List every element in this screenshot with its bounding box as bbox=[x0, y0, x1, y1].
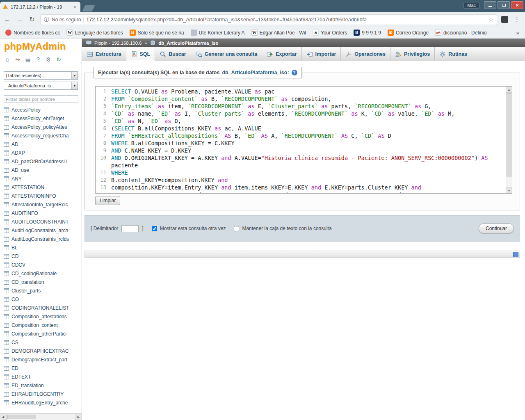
sql-editor[interactable]: 1234567891011121314 SELECT O.VALUE as Pr… bbox=[95, 86, 512, 194]
bookmarks-overflow-icon[interactable]: » bbox=[513, 30, 523, 36]
table-filter-input[interactable] bbox=[4, 95, 78, 103]
bookmark-item[interactable]: WLenguaje de las flores bbox=[64, 29, 126, 37]
table-list-item[interactable]: Composition_content bbox=[0, 321, 82, 329]
help-icon[interactable]: ? bbox=[292, 70, 297, 75]
tab-sql[interactable]: SQLSQL bbox=[126, 47, 155, 61]
maximize-button[interactable] bbox=[498, 1, 510, 9]
close-button[interactable]: × bbox=[511, 1, 523, 9]
logout-icon[interactable]: ↪ bbox=[14, 56, 21, 63]
settings-icon[interactable]: ⚙ bbox=[45, 56, 52, 63]
table-list-item[interactable]: ED_translation bbox=[0, 381, 82, 390]
back-button[interactable]: ← bbox=[3, 16, 11, 23]
delimiter-input[interactable] bbox=[121, 225, 139, 232]
extension-icon[interactable] bbox=[501, 16, 508, 23]
scroll-right-icon[interactable]: ▶ bbox=[75, 414, 82, 420]
refresh-icon[interactable]: ↻ bbox=[55, 56, 62, 63]
expand-icon[interactable] bbox=[513, 252, 518, 257]
table-list-item[interactable]: CD_codingRationale bbox=[0, 269, 82, 278]
editor-scrollbar[interactable]: ▲ ▼ bbox=[506, 87, 512, 193]
table-list-item[interactable]: ATTESTATION bbox=[0, 183, 82, 192]
new-tab-button[interactable] bbox=[82, 5, 95, 11]
pma-logo[interactable]: phpMyAdmin bbox=[0, 39, 82, 53]
bookmark-item[interactable]: Ute Körner Literary A bbox=[188, 29, 248, 37]
bookmark-item[interactable]: ✉Correo Orange bbox=[385, 29, 431, 37]
table-list-item[interactable]: CD_translation bbox=[0, 278, 82, 286]
recent-tables-select[interactable]: (Tablas recientes) ... ▼ bbox=[4, 71, 78, 80]
table-list-item[interactable]: AD bbox=[0, 140, 82, 148]
sidebar-horizontal-scrollbar[interactable]: ◀ ▶ bbox=[0, 413, 82, 420]
scrollbar-thumb[interactable] bbox=[7, 415, 36, 419]
table-list-item[interactable]: EHRAUDITLOGENTRY bbox=[0, 390, 82, 398]
table-list-item[interactable]: Cluster_parts bbox=[0, 286, 82, 295]
show-query-checkbox[interactable] bbox=[152, 226, 157, 231]
table-list-item[interactable]: AD_partOrBrOrAddressLi bbox=[0, 157, 82, 166]
docs-icon[interactable]: ▤ bbox=[25, 56, 31, 63]
help-icon[interactable]: ? bbox=[35, 56, 41, 63]
table-list-item[interactable]: EHRAuditLogEntry_arche bbox=[0, 398, 82, 407]
table-list-item[interactable]: AD_use bbox=[0, 166, 82, 174]
tab-close-icon[interactable]: × bbox=[72, 4, 78, 10]
table-list-item[interactable]: AccessPolicy_ehrTarget bbox=[0, 114, 82, 123]
table-list-item[interactable]: CS bbox=[0, 338, 82, 347]
scroll-up-icon[interactable]: ▲ bbox=[506, 87, 512, 93]
bookmark-star-icon[interactable]: ☆ bbox=[488, 16, 493, 23]
tab-estructura[interactable]: Estructura bbox=[82, 47, 126, 61]
breadcrumb-server[interactable]: Pippin - 192.168.100.6 bbox=[94, 41, 142, 46]
tab-operaciones[interactable]: Operaciones bbox=[341, 47, 390, 61]
tab-privilegios[interactable]: Privilegios bbox=[390, 47, 435, 61]
bookmark-item[interactable]: B9 9 9 1 9 bbox=[351, 29, 384, 37]
table-list-item[interactable]: Composition_attestations bbox=[0, 312, 82, 321]
table-list-item[interactable]: CO bbox=[0, 295, 82, 304]
table-list-item[interactable]: Composition_otherPartici bbox=[0, 329, 82, 338]
table-list-item[interactable]: AUDITINFO bbox=[0, 209, 82, 217]
home-icon[interactable]: ⌂ bbox=[4, 56, 11, 63]
table-list-item[interactable]: ADXP bbox=[0, 148, 82, 157]
forward-button[interactable]: → bbox=[16, 16, 24, 23]
table-list-item[interactable]: AccessPolicy_requestCha bbox=[0, 131, 82, 140]
scrollbar-track[interactable] bbox=[7, 414, 75, 420]
table-list-item[interactable]: AccessPolicy_policyAttes bbox=[0, 123, 82, 131]
table-list-item[interactable]: CDCV bbox=[0, 260, 82, 269]
clear-button[interactable]: Limpiar bbox=[95, 196, 120, 205]
tab-exportar[interactable]: Exportar bbox=[262, 47, 301, 61]
continue-button[interactable]: Continuar bbox=[479, 224, 514, 233]
scroll-down-icon[interactable]: ▼ bbox=[506, 187, 512, 193]
table-list-item[interactable]: AuditLogConstraints_rclds bbox=[0, 235, 82, 243]
refresh-button[interactable]: ↻ bbox=[28, 16, 36, 23]
bookmark-item[interactable]: wRdiccionario - Definici bbox=[432, 29, 490, 37]
breadcrumb-database[interactable]: db_ArticuloPlataforma_iso bbox=[158, 41, 218, 46]
info-icon[interactable]: ⓘ bbox=[44, 16, 49, 23]
address-bar[interactable]: ⓘ No es seguro 172.17.12.2/adminMysql/in… bbox=[40, 14, 497, 25]
bookmark-item[interactable]: WEdgar Allan Poe - Wil bbox=[249, 29, 309, 37]
security-label[interactable]: No es seguro bbox=[52, 17, 81, 23]
scrollbar-thumb[interactable] bbox=[507, 93, 511, 177]
tab-importar[interactable]: Importar bbox=[302, 47, 341, 61]
tab-generar-una-consulta[interactable]: Generar una consulta bbox=[191, 47, 262, 61]
table-list-item[interactable]: ATTESTATIONINFO bbox=[0, 192, 82, 200]
sql-code[interactable]: SELECT O.VALUE as Problema, paciente.VAL… bbox=[109, 87, 506, 193]
scroll-left-icon[interactable]: ◀ bbox=[0, 414, 7, 420]
table-list-item[interactable]: DEMOGRAPHICEXTRAC bbox=[0, 347, 82, 355]
table-list-item[interactable]: BL bbox=[0, 243, 82, 252]
bookmark-item[interactable]: BSólo sé que no sé na bbox=[127, 29, 187, 37]
bookmark-item[interactable]: Nombres de flores cc bbox=[2, 29, 63, 37]
menu-icon[interactable]: ⋮ bbox=[512, 16, 522, 23]
table-list-item[interactable]: AUDITLOGCONSTRAINT bbox=[0, 217, 82, 226]
vm-mac-button[interactable]: Mac bbox=[463, 2, 479, 9]
tab-buscar[interactable]: Buscar bbox=[155, 47, 191, 61]
table-list-item[interactable]: AttestationInfo_targetRclc bbox=[0, 200, 82, 209]
table-list-item[interactable]: DemographicExtract_part bbox=[0, 355, 82, 364]
bookmark-item[interactable]: aYour Orders bbox=[310, 29, 350, 37]
minimize-button[interactable] bbox=[484, 1, 496, 9]
keep-box-checkbox[interactable] bbox=[234, 226, 239, 231]
database-select[interactable]: _ArticuloPlataforma_is ▼ bbox=[4, 82, 78, 90]
table-list-item[interactable]: AccessPolicy bbox=[0, 105, 82, 114]
browser-tab[interactable]: 172.17.12.2 / Pippin - 19 × bbox=[0, 2, 80, 12]
table-list-item[interactable]: ED bbox=[0, 364, 82, 372]
table-list-item[interactable]: CODINGRATIONALELIST bbox=[0, 304, 82, 312]
table-list-item[interactable]: AuditLogConstraints_arch bbox=[0, 226, 82, 235]
table-list-item[interactable]: CD bbox=[0, 252, 82, 260]
tab-rutinas[interactable]: Rutinas bbox=[435, 47, 472, 61]
table-list-item[interactable]: ANY bbox=[0, 174, 82, 183]
table-list-item[interactable]: EDTEXT bbox=[0, 372, 82, 381]
